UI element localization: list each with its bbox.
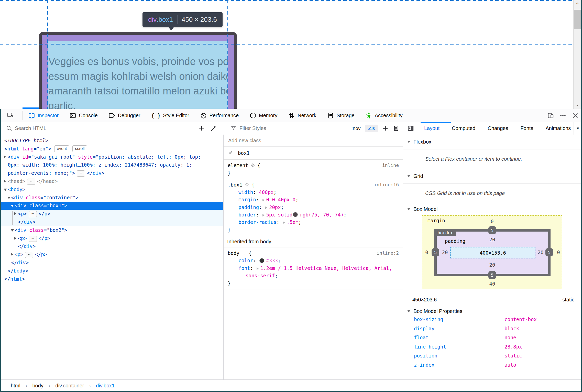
tree-row[interactable]: <div class="box1"> [0,202,223,210]
expand-shorthand-icon[interactable] [262,199,265,201]
highlight-selector-target-icon[interactable] [241,250,247,255]
sidebar-toggle-icon[interactable] [407,125,414,132]
sidebar-tab-animations[interactable]: Animations [539,122,577,135]
rule-selector[interactable]: .box1 [228,182,242,188]
twisty-expanded-icon[interactable] [11,229,14,232]
breadcrumb-item-html[interactable]: html [11,383,20,389]
expand-shorthand-icon[interactable] [257,267,259,270]
margin-top-value[interactable]: 0 [491,219,493,224]
property-name[interactable]: display [414,324,434,333]
padding-left-value[interactable]: 20 [442,249,448,255]
tree-row[interactable]: <!DOCTYPE html> [0,137,223,145]
class-checkbox[interactable] [228,150,234,156]
twisty-collapsed-icon[interactable] [14,212,16,215]
add-rule-icon[interactable] [382,125,389,132]
rule-selector[interactable]: body [228,250,239,256]
css-declaration[interactable]: sans-serif; [224,272,403,279]
sidebar-tab-computed[interactable]: Computed [446,122,481,135]
tree-row[interactable]: <p>⋯</p> [0,251,223,259]
expand-shorthand-icon[interactable] [262,214,265,216]
expand-inline-icon[interactable]: ⋯ [27,179,35,185]
breadcrumb-item-div-box1[interactable]: div.box1 [96,383,115,389]
sidebar-tab-fonts[interactable]: Fonts [514,122,539,135]
property-name[interactable]: float [414,333,429,342]
css-declaration[interactable]: border-radius: .5em; [224,219,403,226]
padding-bottom-value[interactable]: 20 [489,262,495,268]
twisty-collapsed-icon[interactable] [4,180,6,183]
tree-row[interactable]: <head>⋯</head> [0,177,223,186]
eyedropper-icon[interactable] [210,125,217,132]
boxmodel-section-header[interactable]: Box Model [403,203,582,215]
responsive-design-mode-icon[interactable] [546,111,555,120]
devtools-tab-style-editor[interactable]: { }Style Editor [146,109,195,122]
boxmodel-properties-header[interactable]: Box Model Properties [403,307,582,316]
tree-row[interactable]: <div class="container"> [0,194,223,202]
rule-selector-row[interactable]: body{ [224,249,403,257]
twisty-collapsed-icon[interactable] [4,155,6,158]
scroll-down-icon[interactable]: ⌄ [574,101,581,107]
devtools-tab-debugger[interactable]: Debugger [103,109,146,122]
padding-right-value[interactable]: 20 [538,249,544,255]
devtools-tab-storage[interactable]: Storage [322,109,360,122]
devtools-tab-memory[interactable]: Memory [244,109,283,122]
twisty-collapsed-icon[interactable] [14,237,16,240]
css-declaration[interactable]: border: 5px solidrgb(75, 70, 74); [224,211,403,219]
rule-selector[interactable]: element [228,162,248,168]
flexbox-section-header[interactable]: Flexbox [403,135,582,149]
color-swatch[interactable] [259,258,264,263]
expand-inline-icon[interactable]: ⋯ [25,252,33,258]
devtools-menu-icon[interactable] [558,111,567,120]
sidebar-tab-layout[interactable]: Layout [418,122,446,135]
rule-source-link[interactable]: inline:16 [374,181,399,189]
content-box[interactable]: 400×153.6 [450,247,535,258]
tab-overflow-dropdown[interactable]: ▼ [574,122,582,135]
tree-row[interactable]: <div id="saka-gui-root" style="position:… [0,153,223,161]
scroll-up-icon[interactable]: ⌃ [574,2,581,8]
border-bottom-value[interactable]: 5 [488,271,496,279]
devtools-tab-accessibility[interactable]: Accessibility [360,109,408,122]
tree-row[interactable]: 0px; width: 100%; height…100%; z-index: … [0,161,223,169]
devtools-tab-network[interactable]: Network [283,109,322,122]
css-declaration[interactable]: padding: 20px; [224,204,403,211]
border-left-value[interactable]: 5 [432,248,439,256]
page-scrollbar[interactable]: ⌃ ⌄ [573,0,581,109]
node-badge-event[interactable]: event [54,145,69,152]
tree-row[interactable]: </body> [0,267,223,275]
padding-top-value[interactable]: 20 [489,237,495,242]
twisty-expanded-icon[interactable] [4,189,7,191]
css-declaration[interactable]: margin: 0 0 40px 0; [224,196,403,203]
search-input[interactable]: Search HTML [15,122,46,135]
tree-row[interactable]: pointer-events: none;">⋯</div> [0,169,223,177]
border-top-value[interactable]: 5 [488,226,496,234]
tree-row[interactable]: </html> [0,275,223,283]
border-right-value[interactable]: 5 [545,248,553,256]
highlight-selector-target-icon[interactable] [250,162,255,167]
property-name[interactable]: box-sizing [414,315,443,324]
margin-left-value[interactable]: 0 [425,249,428,255]
sidebar-tab-changes[interactable]: Changes [481,122,514,135]
property-name[interactable]: z-index [414,361,434,369]
margin-right-value[interactable]: 0 [557,249,560,255]
tree-row[interactable]: <html lang="en">eventscroll [0,145,223,153]
pseudo-class-button[interactable]: :hov [352,126,361,131]
add-node-icon[interactable] [198,125,205,132]
node-badge-scroll[interactable]: scroll [72,145,87,152]
rule-source-link[interactable]: inline:2 [377,249,399,257]
twisty-collapsed-icon[interactable] [11,253,13,256]
twisty-expanded-icon[interactable] [11,205,14,207]
close-devtools-icon[interactable] [571,111,579,120]
expand-inline-icon[interactable]: ⋯ [77,170,85,177]
grid-section-header[interactable]: Grid [403,169,582,184]
tree-row[interactable]: <p>⋯</p> [0,234,223,243]
expand-inline-icon[interactable]: ⋯ [29,211,37,217]
scrollbar-thumb[interactable] [574,10,581,29]
tree-row[interactable]: </div> [0,218,223,226]
breadcrumb-item-body[interactable]: body [32,383,43,389]
expand-shorthand-icon[interactable] [283,221,285,224]
css-declaration[interactable]: color: #333; [224,257,403,264]
tree-row[interactable]: <body> [0,186,223,194]
tree-row[interactable]: <div class="box2"> [0,226,223,234]
class-toggle-button[interactable]: .cls [365,125,378,132]
devtools-tab-console[interactable]: Console [64,109,103,122]
tree-row[interactable]: </div> [0,259,223,267]
